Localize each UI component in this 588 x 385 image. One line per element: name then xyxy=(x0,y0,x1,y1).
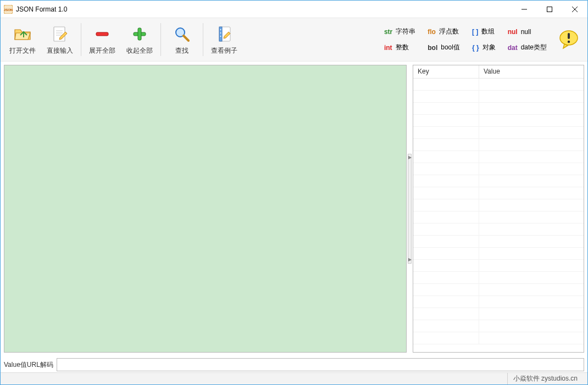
edit-document-icon xyxy=(50,24,70,44)
toolbar-separator xyxy=(160,23,161,56)
svg-rect-12 xyxy=(138,28,141,40)
legend-flo: flo浮点数 xyxy=(428,27,460,36)
minimize-button[interactable] xyxy=(512,1,537,18)
collapse-all-label: 收起全部 xyxy=(126,46,153,55)
table-row[interactable] xyxy=(413,187,584,199)
find-button[interactable]: 查找 xyxy=(163,20,201,59)
main-area: ▶ ▶ Key Value xyxy=(1,62,587,356)
status-credit: 小焱软件 zystudios.cn xyxy=(507,373,583,384)
svg-point-19 xyxy=(220,36,221,37)
table-row[interactable] xyxy=(413,127,584,139)
expand-all-label: 展开全部 xyxy=(89,46,115,55)
table-row[interactable] xyxy=(413,296,584,308)
table-row[interactable] xyxy=(413,260,584,272)
svg-rect-3 xyxy=(547,7,552,12)
svg-text:JSON: JSON xyxy=(4,8,13,12)
toolbar-separator xyxy=(81,23,81,56)
type-legend: str字符串 flo浮点数 [ ]数组 nulnull int整数 bolboo… xyxy=(384,27,552,52)
find-label: 查找 xyxy=(175,46,188,55)
table-row[interactable] xyxy=(413,236,584,248)
table-row[interactable] xyxy=(413,79,584,91)
folder-open-icon xyxy=(13,24,32,44)
table-row[interactable] xyxy=(413,139,584,151)
search-icon xyxy=(172,24,192,44)
svg-rect-21 xyxy=(568,33,570,39)
table-row[interactable] xyxy=(413,91,584,103)
status-bar: 小焱软件 zystudios.cn xyxy=(1,372,587,384)
direct-input-label: 直接输入 xyxy=(47,46,73,55)
open-file-button[interactable]: 打开文件 xyxy=(4,20,41,59)
kv-header-value[interactable]: Value xyxy=(479,65,584,78)
json-tree-panel[interactable] xyxy=(4,65,407,353)
table-row[interactable] xyxy=(413,272,584,284)
chevron-right-icon: ▶ xyxy=(408,258,412,262)
collapse-all-button[interactable]: 收起全部 xyxy=(121,20,158,59)
svg-rect-16 xyxy=(219,27,222,41)
table-row[interactable] xyxy=(413,115,584,127)
table-row[interactable] xyxy=(413,163,584,175)
expand-all-button[interactable]: 展开全部 xyxy=(84,20,121,59)
table-row[interactable] xyxy=(413,308,584,320)
title-bar: JSON JSON Format 1.0 xyxy=(1,1,587,18)
url-decode-bar: Value值URL解码 xyxy=(1,356,587,372)
view-example-button[interactable]: 查看例子 xyxy=(206,20,243,59)
url-decode-label: Value值URL解码 xyxy=(4,360,53,370)
legend-int: int整数 xyxy=(384,43,415,52)
svg-point-22 xyxy=(568,40,570,42)
svg-rect-10 xyxy=(96,32,108,36)
toolbar: 打开文件 直接输入 xyxy=(1,18,587,62)
open-file-label: 打开文件 xyxy=(9,46,36,55)
table-row[interactable] xyxy=(413,151,584,163)
table-row[interactable] xyxy=(413,332,584,344)
key-value-panel: Key Value xyxy=(413,65,584,353)
splitter[interactable]: ▶ ▶ xyxy=(407,65,413,353)
window-title: JSON Format 1.0 xyxy=(16,5,67,13)
legend-obj: { }对象 xyxy=(472,43,496,52)
svg-line-14 xyxy=(184,36,188,41)
url-decode-input[interactable] xyxy=(57,358,584,371)
view-example-label: 查看例子 xyxy=(211,46,237,55)
table-row[interactable] xyxy=(413,211,584,224)
notebook-icon xyxy=(214,24,234,44)
legend-arr: [ ]数组 xyxy=(472,27,496,36)
svg-point-17 xyxy=(220,29,221,30)
legend-nul: nulnull xyxy=(508,28,547,36)
table-row[interactable] xyxy=(413,199,584,211)
close-button[interactable] xyxy=(562,1,587,18)
table-row[interactable] xyxy=(413,224,584,236)
table-row[interactable] xyxy=(413,284,584,296)
table-row[interactable] xyxy=(413,103,584,115)
chevron-right-icon: ▶ xyxy=(408,155,412,160)
svg-point-18 xyxy=(220,32,221,34)
table-row[interactable] xyxy=(413,320,584,332)
table-row[interactable] xyxy=(413,175,584,187)
app-icon: JSON xyxy=(4,5,13,14)
legend-bol: bolbool值 xyxy=(428,43,460,52)
toolbar-separator xyxy=(203,23,203,56)
alert-icon[interactable] xyxy=(558,28,580,52)
plus-icon xyxy=(130,24,149,44)
kv-rows[interactable] xyxy=(413,79,584,352)
direct-input-button[interactable]: 直接输入 xyxy=(41,20,79,59)
kv-header-key[interactable]: Key xyxy=(413,65,479,78)
table-row[interactable] xyxy=(413,248,584,260)
kv-header: Key Value xyxy=(413,65,584,79)
legend-dat: datdate类型 xyxy=(508,43,547,52)
app-window: JSON JSON Format 1.0 xyxy=(0,0,588,385)
legend-str: str字符串 xyxy=(384,27,415,36)
maximize-button[interactable] xyxy=(537,1,562,18)
minus-icon xyxy=(92,24,112,44)
